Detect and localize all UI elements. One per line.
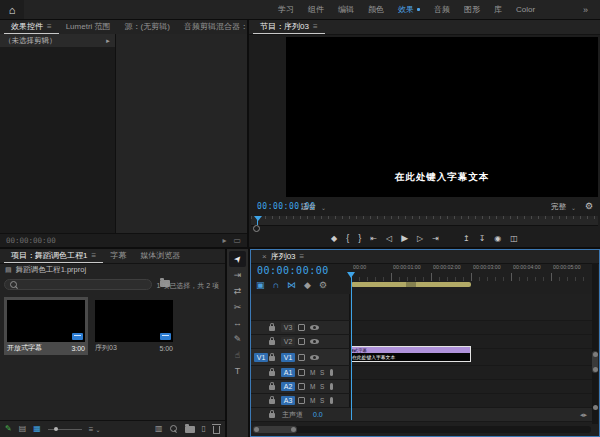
tab-project[interactable]: 项目：舞蹈调色工程1 ≡ bbox=[4, 249, 103, 263]
sync-lock-icon[interactable] bbox=[298, 369, 305, 376]
linked-selection-icon[interactable]: ⋈ bbox=[287, 280, 296, 290]
pen-tool[interactable]: ✎ bbox=[229, 331, 246, 347]
search-box[interactable] bbox=[4, 279, 152, 290]
snap-magnet-icon[interactable]: ∩ bbox=[273, 280, 279, 290]
expand-arrow-icon[interactable]: ► bbox=[105, 38, 111, 44]
timeline-playhead-caret[interactable] bbox=[347, 272, 355, 278]
workspace-tab-assembly[interactable]: 组件 bbox=[308, 4, 324, 15]
track-content-v3[interactable] bbox=[350, 321, 592, 334]
track-select-forward-tool[interactable]: ⇥ bbox=[229, 267, 246, 283]
list-view-button[interactable]: ▤ bbox=[19, 424, 27, 434]
selection-tool[interactable]: ➤ bbox=[229, 251, 246, 267]
track-header-v2[interactable]: V2 bbox=[251, 335, 350, 348]
timeline-settings-wrench-icon[interactable]: ⚙ bbox=[319, 280, 327, 290]
close-icon[interactable]: × bbox=[262, 250, 267, 264]
insert-nest-toggle-icon[interactable]: ▣ bbox=[256, 280, 265, 290]
track-header-master[interactable]: 主声道 0.0 ◂▸ bbox=[251, 408, 592, 421]
lock-icon[interactable] bbox=[269, 399, 275, 404]
tab-program-monitor[interactable]: 节目：序列03 ≡ bbox=[253, 20, 325, 34]
tab-audio-clip-mixer[interactable]: 音频剪辑混合器：序列03 bbox=[177, 20, 247, 34]
track-target-v3[interactable]: V3 bbox=[281, 323, 295, 332]
ripple-edit-tool[interactable]: ⇄ bbox=[229, 283, 246, 299]
project-writable-icon[interactable]: ✎ bbox=[5, 424, 12, 434]
tab-captions[interactable]: 字幕 bbox=[103, 249, 133, 263]
timeline-ruler[interactable]: 00:00 00:00:01:00 00:00:02:00 00:00:03:0… bbox=[351, 263, 591, 281]
play-only-icon[interactable]: ▸ bbox=[222, 236, 226, 245]
comparison-view-button[interactable]: ◫ bbox=[510, 234, 518, 243]
lock-icon[interactable] bbox=[269, 356, 275, 361]
caption-clip[interactable]: fx 开放式字幕 在此处键入字幕文本 bbox=[351, 346, 471, 362]
panel-menu-icon[interactable]: ≡ bbox=[91, 249, 96, 263]
tab-sequence[interactable]: × 序列03 ≡ bbox=[255, 250, 311, 264]
hand-tool[interactable]: ☝ bbox=[229, 347, 246, 363]
scrollbar-handle-dot[interactable] bbox=[593, 405, 598, 410]
toggle-audio-video-icon[interactable]: ▭ bbox=[233, 236, 241, 245]
play-button[interactable]: ▶ bbox=[401, 233, 408, 243]
effect-controls-timecode[interactable]: 00:00:00:00 bbox=[6, 236, 56, 245]
track-output-eye-icon[interactable] bbox=[310, 339, 319, 344]
effect-controls-keyframe-area[interactable] bbox=[116, 34, 247, 234]
panel-menu-icon[interactable]: ≡ bbox=[313, 20, 318, 34]
find-button[interactable] bbox=[170, 425, 178, 433]
solo-button[interactable]: S bbox=[320, 369, 330, 376]
track-header-a2[interactable]: A2 M S bbox=[251, 380, 350, 393]
settings-wrench-icon[interactable]: ⚙ bbox=[585, 201, 593, 211]
track-content-a2[interactable] bbox=[350, 380, 592, 393]
playhead-caret-icon[interactable] bbox=[254, 216, 262, 221]
track-target-v2[interactable]: V2 bbox=[281, 337, 295, 346]
lock-icon[interactable] bbox=[269, 371, 275, 376]
add-marker-icon[interactable]: ◆ bbox=[304, 280, 311, 290]
mute-button[interactable]: M bbox=[310, 397, 320, 404]
step-back-button[interactable]: ◁ bbox=[386, 234, 392, 243]
workspace-tab-learn[interactable]: 学习 bbox=[278, 4, 294, 15]
extract-button[interactable]: ↧ bbox=[479, 234, 486, 243]
project-item-open-captions[interactable]: 开放式字幕 3:00 bbox=[4, 297, 88, 355]
go-to-out-button[interactable]: ⇥ bbox=[432, 234, 439, 243]
empty-track-content[interactable] bbox=[350, 294, 592, 320]
type-tool[interactable]: T bbox=[229, 363, 246, 379]
track-target-v1[interactable]: V1 bbox=[281, 353, 295, 362]
sync-lock-icon[interactable] bbox=[298, 324, 305, 331]
mark-in-button[interactable]: { bbox=[346, 233, 349, 243]
track-header-a3[interactable]: A3 M S bbox=[251, 394, 350, 407]
go-to-in-button[interactable]: ⇤ bbox=[370, 234, 377, 243]
mute-button[interactable]: M bbox=[310, 383, 320, 390]
export-frame-button[interactable]: ◉ bbox=[494, 234, 501, 243]
icon-view-button[interactable]: ▦ bbox=[33, 424, 41, 434]
scrollbar-thumb[interactable] bbox=[592, 351, 598, 373]
program-scrubber[interactable] bbox=[251, 216, 598, 226]
track-header-v1[interactable]: V1 V1 bbox=[251, 349, 350, 365]
track-target-a1[interactable]: A1 bbox=[281, 368, 295, 377]
master-gain-value[interactable]: 0.0 bbox=[313, 411, 323, 418]
scrollbar-thumb[interactable] bbox=[253, 426, 297, 433]
timeline-vertical-scrollbar[interactable] bbox=[592, 263, 598, 424]
panel-menu-icon[interactable]: ≡ bbox=[300, 250, 305, 264]
lock-icon[interactable] bbox=[269, 340, 275, 345]
workspace-tab-effects[interactable]: 效果 bbox=[398, 4, 420, 15]
razor-tool[interactable]: ✂ bbox=[229, 299, 246, 315]
track-content-a3[interactable] bbox=[350, 394, 592, 407]
zoom-level-select[interactable]: 适合 ⌄ bbox=[301, 202, 326, 212]
step-forward-button[interactable]: ▷ bbox=[417, 234, 423, 243]
lock-icon[interactable] bbox=[269, 413, 275, 418]
workspace-tab-color[interactable]: 颜色 bbox=[368, 4, 384, 15]
sync-lock-icon[interactable] bbox=[298, 338, 305, 345]
workspace-tab-editing[interactable]: 编辑 bbox=[338, 4, 354, 15]
slip-tool[interactable]: ↔ bbox=[229, 315, 246, 331]
mark-out-button[interactable]: } bbox=[358, 233, 361, 243]
project-item-sequence[interactable]: 序列03 5:00 bbox=[92, 297, 176, 355]
track-output-eye-icon[interactable] bbox=[310, 325, 319, 330]
lock-icon[interactable] bbox=[269, 385, 275, 390]
track-header-v3[interactable]: V3 bbox=[251, 321, 350, 334]
tab-source-monitor[interactable]: 源：(无剪辑) bbox=[118, 20, 177, 34]
track-output-eye-icon[interactable] bbox=[310, 355, 319, 360]
voiceover-mic-icon[interactable] bbox=[330, 383, 333, 390]
lock-icon[interactable] bbox=[269, 326, 275, 331]
work-area-bar[interactable] bbox=[351, 282, 471, 287]
track-target-a2[interactable]: A2 bbox=[281, 382, 295, 391]
tab-lumetri-scopes[interactable]: Lumetri 范围 bbox=[59, 20, 118, 34]
no-clip-header[interactable]: （未选择剪辑） ► bbox=[0, 34, 115, 47]
workspace-tab-libraries[interactable]: 库 bbox=[494, 4, 502, 15]
track-content-a1[interactable] bbox=[350, 366, 592, 379]
item-thumbnail[interactable] bbox=[95, 300, 173, 342]
